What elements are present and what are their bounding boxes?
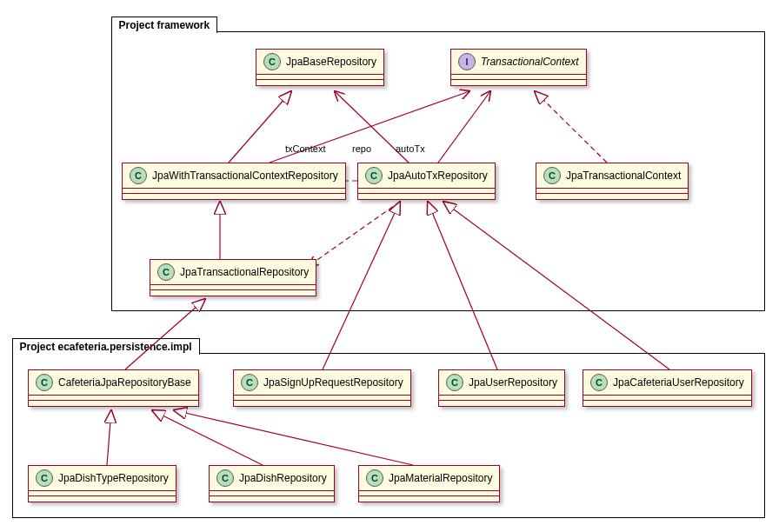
class-name: JpaWithTransactionalContextRepository <box>152 170 338 182</box>
class-stereotype-icon: C <box>216 469 234 487</box>
class-jpauserrepository: C JpaUserRepository <box>438 369 565 407</box>
class-transactionalcontext: I TransactionalContext <box>450 49 587 86</box>
class-name: JpaUserRepository <box>469 376 557 389</box>
class-name: JpaTransactionalContext <box>566 170 681 182</box>
class-stereotype-icon: C <box>241 374 258 391</box>
class-stereotype-icon: C <box>366 469 383 487</box>
class-name: JpaMaterialRepository <box>389 472 492 484</box>
class-jpaautotxrepository: C JpaAutoTxRepository <box>357 163 496 200</box>
class-name: JpaTransactionalRepository <box>180 266 309 278</box>
class-name: JpaDishRepository <box>239 472 327 484</box>
class-name: JpaCafeteriaUserRepository <box>613 376 744 389</box>
class-jpadishtyperepository: C JpaDishTypeRepository <box>28 465 176 502</box>
class-name: JpaBaseRepository <box>286 56 376 68</box>
class-stereotype-icon: C <box>263 53 281 70</box>
class-jpatransactionalcontext: C JpaTransactionalContext <box>536 163 689 200</box>
class-jpatransactionalrepository: C JpaTransactionalRepository <box>150 259 316 296</box>
class-stereotype-icon: C <box>446 374 463 391</box>
edge-label-txcontext: txContext <box>285 143 325 154</box>
class-jpasignuprequestrepository: C JpaSignUpRequestRepository <box>233 369 411 407</box>
class-name: CafeteriaJpaRepositoryBase <box>58 376 191 389</box>
class-stereotype-icon: C <box>36 469 53 487</box>
package-impl-tab: Project ecafeteria.persistence.impl <box>12 338 200 355</box>
package-framework-tab: Project framework <box>111 17 218 33</box>
edge-label-repo: repo <box>352 143 371 154</box>
edge-label-autotx: autoTx <box>396 143 425 154</box>
class-jpawithtransactionalcontextrepository: C JpaWithTransactionalContextRepository <box>122 163 346 200</box>
class-jpadishrepository: C JpaDishRepository <box>209 465 335 502</box>
class-stereotype-icon: C <box>543 167 561 184</box>
class-jpabaserepository: C JpaBaseRepository <box>256 49 384 86</box>
class-jpamaterialrepository: C JpaMaterialRepository <box>358 465 500 502</box>
class-name: JpaAutoTxRepository <box>388 170 488 182</box>
class-stereotype-icon: C <box>130 167 147 184</box>
class-stereotype-icon: C <box>590 374 608 391</box>
class-name: JpaSignUpRequestRepository <box>263 376 403 389</box>
class-name: JpaDishTypeRepository <box>58 472 169 484</box>
class-stereotype-icon: C <box>157 263 175 281</box>
interface-stereotype-icon: I <box>458 53 476 70</box>
class-stereotype-icon: C <box>365 167 383 184</box>
class-jpacafeteriauserrepository: C JpaCafeteriaUserRepository <box>583 369 752 407</box>
class-cafeteriajparepositorybase: C CafeteriaJpaRepositoryBase <box>28 369 199 407</box>
class-name: TransactionalContext <box>481 56 579 68</box>
class-stereotype-icon: C <box>36 374 53 391</box>
